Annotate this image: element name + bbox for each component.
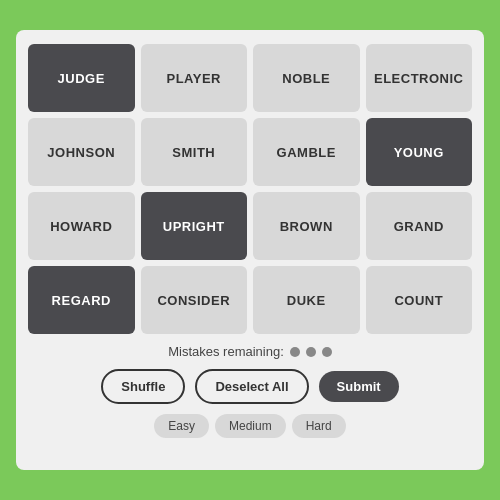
word-grid: JUDGEPLAYERNOBLEELECTRONICJOHNSONSMITHGA… <box>28 44 472 334</box>
main-container: JUDGEPLAYERNOBLEELECTRONICJOHNSONSMITHGA… <box>16 30 484 470</box>
grid-cell-13[interactable]: CONSIDER <box>141 266 248 334</box>
grid-cell-11[interactable]: GRAND <box>366 192 473 260</box>
grid-cell-15[interactable]: COUNT <box>366 266 473 334</box>
grid-cell-0[interactable]: JUDGE <box>28 44 135 112</box>
grid-cell-6[interactable]: GAMBLE <box>253 118 360 186</box>
deselect-all-button[interactable]: Deselect All <box>195 369 308 404</box>
grid-cell-9[interactable]: UPRIGHT <box>141 192 248 260</box>
grid-cell-1[interactable]: PLAYER <box>141 44 248 112</box>
grid-cell-12[interactable]: REGARD <box>28 266 135 334</box>
mistakes-label: Mistakes remaining: <box>168 344 284 359</box>
mistakes-row: Mistakes remaining: <box>168 344 332 359</box>
grid-cell-7[interactable]: YOUNG <box>366 118 473 186</box>
grid-cell-14[interactable]: DUKE <box>253 266 360 334</box>
submit-button[interactable]: Submit <box>319 371 399 402</box>
grid-cell-5[interactable]: SMITH <box>141 118 248 186</box>
grid-cell-8[interactable]: HOWARD <box>28 192 135 260</box>
difficulty-button-medium[interactable]: Medium <box>215 414 286 438</box>
grid-cell-4[interactable]: JOHNSON <box>28 118 135 186</box>
dot-3 <box>322 347 332 357</box>
grid-cell-10[interactable]: BROWN <box>253 192 360 260</box>
buttons-row: Shuffle Deselect All Submit <box>101 369 398 404</box>
difficulty-row: EasyMediumHard <box>154 414 345 438</box>
difficulty-button-easy[interactable]: Easy <box>154 414 209 438</box>
difficulty-button-hard[interactable]: Hard <box>292 414 346 438</box>
grid-cell-2[interactable]: NOBLE <box>253 44 360 112</box>
grid-cell-3[interactable]: ELECTRONIC <box>366 44 473 112</box>
dot-1 <box>290 347 300 357</box>
shuffle-button[interactable]: Shuffle <box>101 369 185 404</box>
dot-2 <box>306 347 316 357</box>
